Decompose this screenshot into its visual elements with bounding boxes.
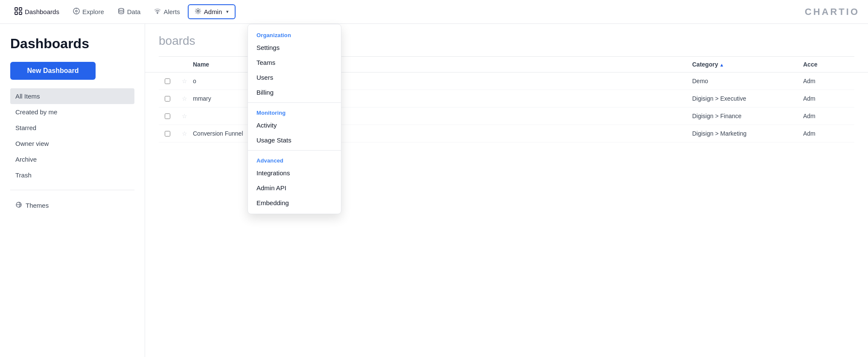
nav-items: Dashboards Explore bbox=[9, 4, 236, 19]
sidebar-title: Dashboards bbox=[10, 36, 134, 52]
sidebar: Dashboards New Dashboard All Items Creat… bbox=[0, 24, 145, 357]
dropdown-item-settings[interactable]: Settings bbox=[248, 40, 341, 55]
sidebar-divider bbox=[10, 190, 134, 190]
sidebar-nav: All Items Created by me Starred Owner vi… bbox=[10, 88, 134, 183]
checkbox-input[interactable] bbox=[165, 78, 170, 84]
row-category: Digisign > Executive bbox=[692, 95, 803, 102]
dropdown-item-users[interactable]: Users bbox=[248, 70, 341, 85]
row-checkbox[interactable] bbox=[159, 113, 176, 119]
dropdown-item-teams[interactable]: Teams bbox=[248, 55, 341, 70]
header-access[interactable]: Acce bbox=[803, 61, 854, 68]
row-star[interactable]: ☆ bbox=[176, 130, 193, 137]
sidebar-item-owner-view[interactable]: Owner view bbox=[10, 136, 134, 151]
nav-admin-label: Admin bbox=[204, 8, 222, 15]
row-category: Demo bbox=[692, 78, 803, 84]
svg-rect-3 bbox=[19, 12, 22, 15]
row-checkbox[interactable] bbox=[159, 131, 176, 136]
dropdown-item-embedding[interactable]: Embedding bbox=[248, 195, 341, 210]
svg-rect-1 bbox=[19, 8, 22, 10]
chevron-down-icon: ▾ bbox=[226, 9, 229, 15]
svg-point-5 bbox=[76, 10, 77, 12]
row-checkbox[interactable] bbox=[159, 96, 176, 102]
row-access: Adm bbox=[803, 113, 854, 119]
dropdown-item-usage-stats[interactable]: Usage Stats bbox=[248, 133, 341, 148]
row-checkbox[interactable] bbox=[159, 78, 176, 84]
header-star-cell bbox=[176, 61, 193, 68]
nav-alerts-label: Alerts bbox=[163, 8, 180, 15]
sidebar-themes[interactable]: Themes bbox=[10, 197, 134, 214]
nav-explore[interactable]: Explore bbox=[67, 5, 110, 18]
dropdown-section-advanced: Advanced bbox=[248, 153, 341, 165]
svg-rect-0 bbox=[15, 8, 17, 10]
row-star[interactable]: ☆ bbox=[176, 113, 193, 119]
sidebar-item-archive[interactable]: Archive bbox=[10, 151, 134, 167]
header-category[interactable]: Category bbox=[692, 61, 803, 68]
sidebar-item-created-by-me[interactable]: Created by me bbox=[10, 104, 134, 120]
themes-label: Themes bbox=[26, 202, 49, 209]
admin-dropdown: Organization Settings Teams Users Billin… bbox=[248, 24, 341, 214]
dropdown-item-billing[interactable]: Billing bbox=[248, 85, 341, 100]
row-access: Adm bbox=[803, 78, 854, 84]
grid-icon bbox=[15, 7, 22, 16]
row-category: Digisign > Marketing bbox=[692, 130, 803, 137]
topnav: Dashboards Explore bbox=[0, 0, 868, 24]
themes-icon bbox=[15, 201, 22, 209]
nav-dashboards-label: Dashboards bbox=[25, 8, 59, 15]
row-star[interactable]: ☆ bbox=[176, 95, 193, 102]
row-access: Adm bbox=[803, 130, 854, 137]
checkbox-input[interactable] bbox=[165, 96, 170, 102]
sidebar-item-trash[interactable]: Trash bbox=[10, 167, 134, 183]
dropdown-section-organization: Organization bbox=[248, 28, 341, 40]
svg-point-10 bbox=[197, 10, 199, 12]
row-access: Adm bbox=[803, 95, 854, 102]
svg-point-4 bbox=[73, 8, 79, 14]
checkbox-input[interactable] bbox=[165, 131, 170, 136]
sidebar-item-all-items[interactable]: All Items bbox=[10, 88, 134, 104]
nav-alerts[interactable]: Alerts bbox=[148, 5, 186, 18]
dropdown-divider-1 bbox=[248, 102, 341, 103]
nav-data-label: Data bbox=[127, 8, 141, 15]
database-icon bbox=[118, 8, 125, 16]
sidebar-item-starred[interactable]: Starred bbox=[10, 120, 134, 136]
dropdown-divider-2 bbox=[248, 150, 341, 151]
header-checkbox-cell bbox=[159, 61, 176, 68]
nav-explore-label: Explore bbox=[82, 8, 104, 15]
wifi-icon bbox=[154, 8, 161, 16]
dropdown-item-admin-api[interactable]: Admin API bbox=[248, 180, 341, 195]
nav-dashboards[interactable]: Dashboards bbox=[9, 5, 65, 19]
nav-data[interactable]: Data bbox=[112, 5, 147, 18]
main-layout: Dashboards New Dashboard All Items Creat… bbox=[0, 24, 868, 357]
new-dashboard-button[interactable]: New Dashboard bbox=[10, 62, 96, 80]
svg-point-8 bbox=[119, 9, 124, 11]
row-category: Digisign > Finance bbox=[692, 113, 803, 119]
dropdown-item-activity[interactable]: Activity bbox=[248, 118, 341, 133]
brand-logo: CHARTIO bbox=[805, 6, 859, 17]
row-star[interactable]: ☆ bbox=[176, 78, 193, 84]
dropdown-section-monitoring: Monitoring bbox=[248, 105, 341, 118]
gear-icon bbox=[195, 8, 201, 16]
svg-point-9 bbox=[157, 13, 158, 14]
svg-rect-2 bbox=[15, 12, 17, 15]
compass-icon bbox=[73, 8, 80, 16]
checkbox-input[interactable] bbox=[165, 113, 170, 119]
dropdown-item-integrations[interactable]: Integrations bbox=[248, 165, 341, 180]
nav-admin[interactable]: Admin ▾ bbox=[188, 4, 236, 19]
